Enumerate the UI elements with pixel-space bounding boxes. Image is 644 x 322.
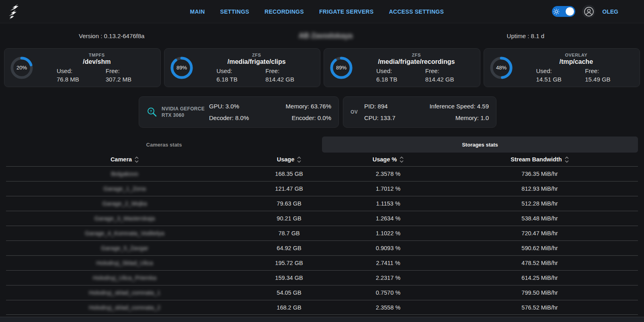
table-row: Holodnyj_Sklad_Ulica 195.72 GB 2.7411 % … xyxy=(6,255,638,270)
process-stats-row: ? NVIDIA GEFORCE RTX 3060 GPU: 3.0% Deco… xyxy=(139,96,644,128)
usage-value: 195.72 GB xyxy=(243,260,335,266)
gpu-card: ? NVIDIA GEFORCE RTX 3060 GPU: 3.0% Deco… xyxy=(139,96,339,128)
camera-name-redacted: Garage_4_Komnata_Voditelya xyxy=(85,230,164,236)
table-row: Holodnyj_sklad_comnata_2 168.2 GB 2.3558… xyxy=(6,300,638,315)
camera-name-redacted: Holodnyj_Sklad_Ulica xyxy=(96,260,153,266)
used-label: Used: xyxy=(376,67,425,74)
camera-name-redacted: Holodnyj_Ulica_Priemka xyxy=(93,275,156,281)
storage-type: TMPFS xyxy=(39,53,155,57)
table-row: Garage_5_Zavgar 64.92 GB 0.9093 % 590.62… xyxy=(6,240,638,255)
svg-text:89%: 89% xyxy=(336,65,347,71)
sort-icon xyxy=(135,156,139,163)
nav-item-recordings[interactable]: RECORDINGS xyxy=(265,8,304,15)
nav-item-settings[interactable]: SETTINGS xyxy=(220,8,249,15)
column-header-camera[interactable]: Camera xyxy=(6,156,243,163)
used-value: 6.18 TB xyxy=(376,76,425,83)
camera-name-redacted: Bolgakovo xyxy=(111,171,138,177)
detector-memory: Memory: 1.0 xyxy=(427,113,489,123)
storage-card-dev-shm: 20% TMPFS /dev/shm Used: Free: 76.8 MB 3… xyxy=(4,48,161,87)
uptime-text: Uptime : 8.1 d xyxy=(507,33,544,39)
table-row: Holodnyj_sklad_comnata_1 54.05 GB 0.7570… xyxy=(6,285,638,300)
usage-value: 168.35 GB xyxy=(243,171,335,177)
tab-storages-stats[interactable]: Storages stats xyxy=(322,137,638,153)
column-header-stream-bandwidth[interactable]: Stream Bandwidth xyxy=(441,156,638,163)
usage-donut: 89% xyxy=(170,56,193,79)
info-bar: Version : 0.13.2-6476f8a AB Zavodskaya U… xyxy=(0,23,644,48)
free-value: 814.42 GB xyxy=(265,76,314,83)
frigate-logo[interactable] xyxy=(6,2,24,21)
bandwidth-value: 799.50 MiB/hr xyxy=(441,289,638,296)
nav-item-frigate-servers[interactable]: FRIGATE SERVERS xyxy=(319,8,373,15)
usage-percent-value: 2.3578 % xyxy=(335,171,441,177)
usage-percent-value: 2.7411 % xyxy=(335,260,441,266)
free-label: Free: xyxy=(425,67,474,74)
sort-icon xyxy=(297,156,301,163)
used-label: Used: xyxy=(217,67,266,74)
bandwidth-value: 576.52 MiB/hr xyxy=(441,304,638,311)
usage-value: 64.92 GB xyxy=(243,245,335,251)
storage-path: /media/frigate/recordings xyxy=(359,58,474,65)
storage-card-clips: 89% ZFS /media/frigate/clips Used: Free:… xyxy=(164,48,321,87)
free-value: 814.42 GB xyxy=(425,76,474,83)
storage-type: ZFS xyxy=(359,53,474,57)
storage-card-recordings: 89% ZFS /media/frigate/recordings Used: … xyxy=(324,48,480,87)
used-value: 6.18 TB xyxy=(217,76,266,83)
svg-text:89%: 89% xyxy=(176,65,187,71)
column-header-usage[interactable]: Usage xyxy=(243,156,335,163)
used-label: Used: xyxy=(536,67,585,74)
navbar-right-group: OLEG xyxy=(552,5,618,18)
table-row: Bolgakovo 168.35 GB 2.3578 % 736.35 MiB/… xyxy=(6,166,638,181)
storage-card-tmp-cache: 48% OVERLAY /tmp/cache Used: Free: 14.51… xyxy=(484,48,640,87)
column-header-usage-percent[interactable]: Usage % xyxy=(335,156,441,163)
bandwidth-value: 812.93 MiB/hr xyxy=(441,185,638,192)
storage-path: /media/frigate/clips xyxy=(199,58,315,65)
usage-percent-value: 2.2317 % xyxy=(335,275,441,281)
bandwidth-value: 736.35 MiB/hr xyxy=(441,171,638,177)
table-row: Garage_4_Komnata_Voditelya 78.7 GB 1.102… xyxy=(6,226,638,240)
svg-text:48%: 48% xyxy=(496,65,506,71)
bottom-strip xyxy=(0,317,644,322)
usage-percent-value: 0.9093 % xyxy=(335,245,441,251)
gpu-decoder: Decoder: 8.0% xyxy=(209,113,270,123)
detector-card: OV PID: 894 CPU: 133.7 Inference Speed: … xyxy=(343,96,496,128)
svg-text:20%: 20% xyxy=(16,65,27,71)
sort-icon xyxy=(565,156,569,163)
detector-name: OV xyxy=(351,109,358,115)
person-icon xyxy=(584,6,594,17)
detector-cpu: CPU: 133.7 xyxy=(364,113,427,123)
free-value: 307.2 MB xyxy=(106,76,155,83)
usage-percent-value: 1.7012 % xyxy=(335,185,441,192)
bandwidth-value: 614.25 MiB/hr xyxy=(441,275,638,281)
free-value: 15.49 GB xyxy=(585,76,634,83)
usage-value: 54.05 GB xyxy=(243,289,335,296)
camera-stats-table: Bolgakovo 168.35 GB 2.3578 % 736.35 MiB/… xyxy=(0,166,644,315)
nav-item-access-settings[interactable]: ACCESS SETTINGS xyxy=(389,8,444,15)
tab-cameras-stats[interactable]: Cameras stats xyxy=(6,137,322,153)
gpu-encoder: Encoder: 0.0% xyxy=(270,113,331,123)
bandwidth-value: 538.48 MiB/hr xyxy=(441,215,638,222)
usage-donut: 20% xyxy=(10,56,33,79)
bandwidth-value: 478.52 MiB/hr xyxy=(441,260,638,266)
svg-text:?: ? xyxy=(150,109,152,113)
detector-inference-speed: Inference Speed: 4.59 xyxy=(427,101,489,112)
table-row: Garage_3_Masterskaja 90.21 GB 1.2634 % 5… xyxy=(6,211,638,226)
table-row: Holodnyj_Ulica_Priemka 159.34 GB 2.2317 … xyxy=(6,270,638,285)
used-value: 76.8 MB xyxy=(57,76,106,83)
gpu-usage: GPU: 3.0% xyxy=(209,101,270,112)
username-link[interactable]: OLEG xyxy=(602,8,618,15)
bandwidth-value: 720.47 MiB/hr xyxy=(441,230,638,236)
version-text: Version : 0.13.2-6476f8a xyxy=(79,33,144,39)
bandwidth-value: 590.62 MiB/hr xyxy=(441,245,638,251)
free-label: Free: xyxy=(265,67,314,74)
usage-value: 159.34 GB xyxy=(243,275,335,281)
frigate-birds-icon xyxy=(6,3,24,20)
camera-name-redacted: Garage_5_Zavgar xyxy=(101,245,148,251)
nav-item-main[interactable]: MAIN xyxy=(190,8,205,15)
user-avatar[interactable] xyxy=(582,5,595,18)
usage-donut: 89% xyxy=(330,56,353,79)
camera-name-redacted: Holodnyj_sklad_comnata_1 xyxy=(89,289,160,296)
table-row: Garage_1_Zona 121.47 GB 1.7012 % 812.93 … xyxy=(6,181,638,196)
main-menu: MAIN SETTINGS RECORDINGS FRIGATE SERVERS… xyxy=(190,0,444,23)
usage-percent-value: 0.7570 % xyxy=(335,289,441,296)
theme-toggle[interactable] xyxy=(552,6,575,17)
